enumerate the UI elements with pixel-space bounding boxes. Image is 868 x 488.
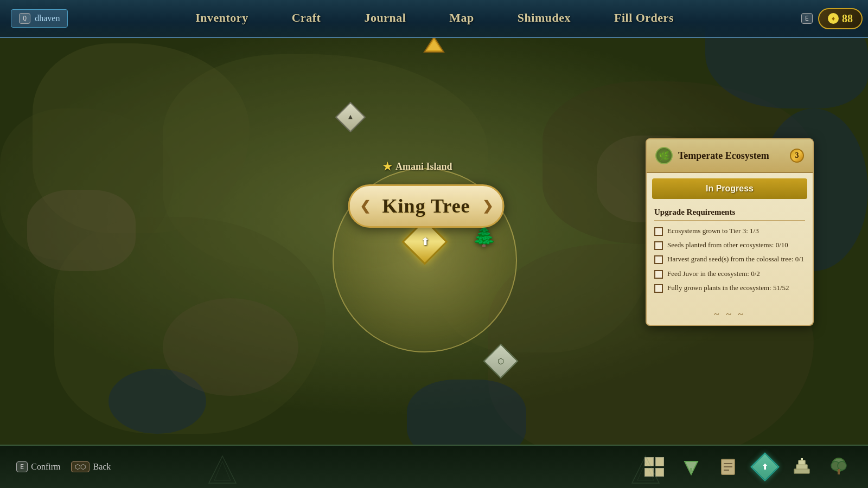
svg-marker-19	[637, 461, 654, 480]
map-marker-1[interactable]: ▲	[338, 105, 358, 124]
currency-amount: 88	[842, 12, 853, 25]
req-checkbox-2[interactable]	[654, 241, 663, 250]
svg-marker-17	[214, 461, 231, 480]
corner-deco-right	[629, 453, 662, 488]
tier-badge: 3	[790, 149, 804, 163]
island-name: Amani Island	[395, 161, 452, 172]
tab-craft[interactable]: Craft	[270, 7, 343, 31]
req-text-1: Ecosystems grown to Tier 3: 1/3	[667, 226, 759, 236]
build-icon-button[interactable]	[789, 454, 815, 480]
svg-rect-3	[690, 468, 692, 472]
journal-icon	[718, 457, 738, 477]
e-key-badge: E	[801, 13, 813, 24]
back-label: Back	[93, 462, 111, 472]
nav-right: E ♦ 88	[801, 8, 863, 29]
ecosystem-title: Temperate Ecosystem	[678, 150, 784, 162]
currency-display: ♦ 88	[818, 8, 863, 29]
q-key-badge: Q	[19, 13, 30, 24]
requirement-item-2: Seeds planted from other ecosystems: 0/1…	[654, 240, 805, 250]
req-text-4: Feed Juvor in the ecosystem: 0/2	[667, 269, 760, 279]
location-popup: King Tree	[348, 184, 505, 228]
svg-rect-10	[799, 460, 805, 465]
confirm-hint: E Confirm	[16, 461, 60, 472]
req-checkbox-3[interactable]	[654, 255, 663, 264]
svg-rect-11	[801, 458, 803, 460]
req-text-2: Seeds planted from other ecosystems: 0/1…	[667, 240, 788, 250]
svg-rect-15	[838, 469, 840, 474]
confirm-key: E	[16, 461, 28, 472]
star-icon: ★	[382, 160, 392, 173]
req-text-3: Harvest grand seed(s) from the colossal …	[667, 254, 804, 264]
tab-map[interactable]: Map	[427, 7, 496, 31]
nature-icon-button[interactable]	[826, 454, 852, 480]
req-checkbox-1[interactable]	[654, 227, 663, 236]
ecosystem-icon: 🌿	[655, 147, 673, 164]
plant-icon-button[interactable]	[678, 454, 704, 480]
bottom-navigation: E Confirm ⬡⬡ Back	[0, 445, 868, 488]
in-progress-button[interactable]: In Progress	[652, 178, 807, 199]
popup-title: King Tree	[382, 195, 470, 217]
tab-inventory[interactable]: Inventory	[174, 7, 270, 31]
map-arrow-top	[423, 37, 445, 55]
bottom-icons: ⬆	[641, 454, 852, 480]
requirement-item-5: Fully grown plants in the ecosystem: 51/…	[654, 283, 805, 293]
ecosystem-panel: 🌿 Temperate Ecosystem 3 In Progress Upgr…	[646, 138, 814, 326]
confirm-label: Confirm	[31, 462, 60, 472]
requirement-item-4: Feed Juvor in the ecosystem: 0/2	[654, 269, 805, 279]
tab-shimudex[interactable]: Shimudex	[496, 7, 592, 31]
map-marker-2[interactable]: ⬡	[487, 347, 506, 367]
bottom-controls: E Confirm ⬡⬡ Back	[16, 461, 111, 472]
coin-icon: ♦	[828, 13, 839, 24]
back-hint: ⬡⬡ Back	[71, 461, 111, 472]
req-checkbox-4[interactable]	[654, 270, 663, 279]
upgrade-section: Upgrade Requirements Ecosystems grown to…	[647, 204, 813, 305]
map-icon-button[interactable]: ⬆	[752, 454, 778, 480]
popup-banner: King Tree	[348, 184, 505, 228]
requirement-item-1: Ecosystems grown to Tier 3: 1/3	[654, 226, 805, 236]
island-label: ★ Amani Island	[382, 160, 452, 173]
req-checkbox-5[interactable]	[654, 284, 663, 293]
svg-point-14	[838, 461, 846, 470]
back-key: ⬡⬡	[71, 461, 90, 472]
tab-fill-orders[interactable]: Fill Orders	[592, 7, 695, 31]
panel-footer-deco: ~ ~ ~	[647, 305, 813, 325]
nature-icon	[829, 457, 848, 477]
corner-deco-left	[206, 453, 239, 488]
tree-icon-map: 🌲	[472, 225, 496, 248]
build-icon	[792, 457, 812, 477]
panel-header: 🌿 Temperate Ecosystem 3	[647, 139, 813, 173]
svg-rect-9	[796, 465, 807, 469]
top-navigation: Q dhaven Inventory Craft Journal Map Shi…	[0, 0, 868, 38]
req-text-5: Fully grown plants in the ecosystem: 51/…	[667, 283, 789, 293]
upgrade-requirements-title: Upgrade Requirements	[654, 204, 805, 221]
svg-rect-8	[794, 469, 809, 473]
tab-journal[interactable]: Journal	[342, 7, 427, 31]
journal-icon-button[interactable]	[715, 454, 741, 480]
svg-marker-16	[209, 456, 236, 483]
svg-marker-18	[632, 456, 659, 483]
location-box[interactable]: Q dhaven	[11, 9, 68, 28]
location-name: dhaven	[35, 14, 60, 23]
plant-icon	[681, 457, 701, 477]
nav-tabs: Inventory Craft Journal Map Shimudex Fil…	[68, 7, 801, 31]
requirement-item-3: Harvest grand seed(s) from the colossal …	[654, 254, 805, 264]
